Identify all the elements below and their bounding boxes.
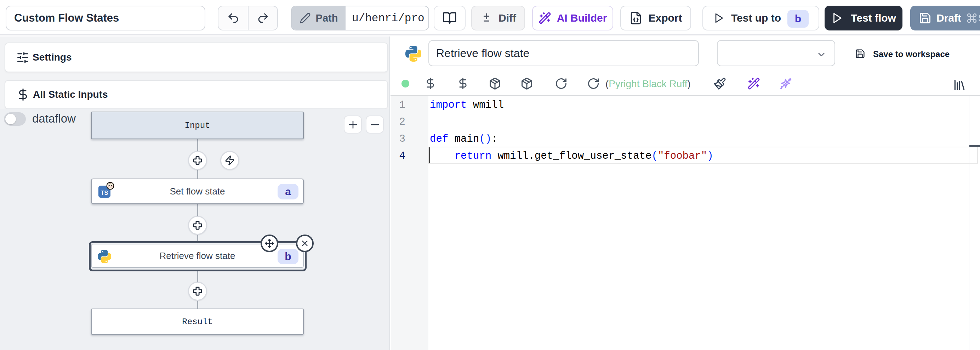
svg-text:TS: TS <box>101 190 108 196</box>
